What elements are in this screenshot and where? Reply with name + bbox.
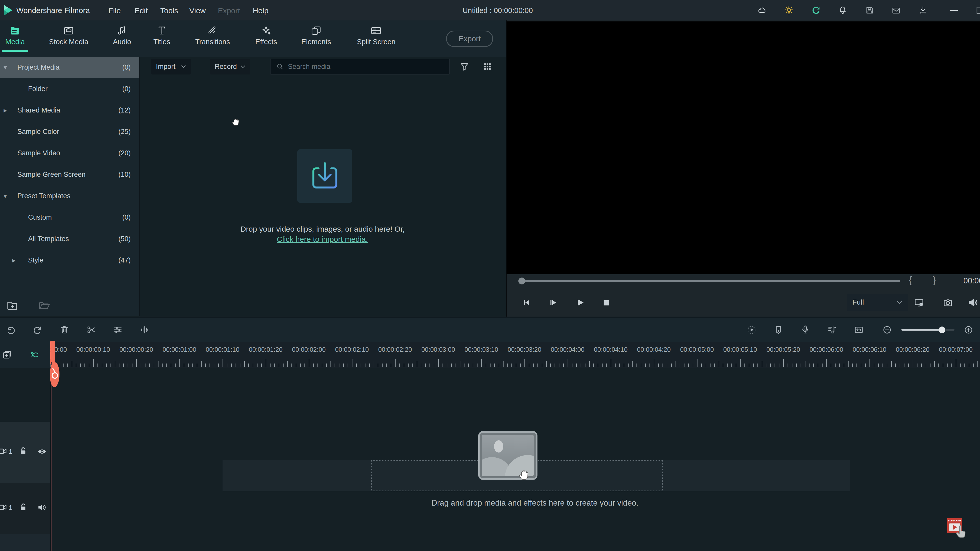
ruler-tick (490, 364, 490, 367)
save-icon[interactable] (865, 6, 874, 15)
expanded-arrow-icon[interactable]: ▾ (3, 192, 7, 200)
zoom-in-icon[interactable] (964, 325, 974, 335)
filter-icon[interactable] (460, 62, 469, 71)
effects-tab-icon (261, 25, 272, 36)
menu-view[interactable]: View (189, 6, 206, 15)
split-scissors-icon[interactable] (86, 325, 96, 335)
ruler-tick (525, 359, 525, 367)
grid-view-icon[interactable] (483, 62, 492, 71)
ruler-tick (97, 364, 98, 367)
sync-icon[interactable] (811, 6, 821, 15)
sidebar-item-sample-green-screen[interactable]: Sample Green Screen(10) (0, 164, 139, 185)
marker-icon[interactable] (773, 325, 783, 335)
menu-tools[interactable]: Tools (160, 6, 178, 15)
ruler-tick (826, 359, 827, 367)
ruler-tick (710, 364, 711, 367)
zoom-select[interactable]: Full (847, 294, 908, 311)
collapsed-arrow-icon[interactable]: ▸ (3, 106, 7, 114)
menu-help[interactable]: Help (253, 6, 269, 15)
sidebar-item-sample-color[interactable]: Sample Color(25) (0, 121, 139, 142)
tab-transitions[interactable]: Transitions (195, 25, 230, 46)
sidebar-item-custom[interactable]: Custom(0) (0, 206, 139, 228)
tab-effects[interactable]: Effects (255, 25, 277, 46)
speaker-icon[interactable] (968, 297, 978, 308)
denoise-icon[interactable] (140, 325, 150, 335)
search-input[interactable]: Search media (270, 59, 450, 75)
import-drop-tile[interactable] (298, 149, 352, 203)
mute-speaker-icon[interactable] (37, 503, 46, 512)
snapshot-icon[interactable] (943, 298, 953, 308)
eye-icon[interactable] (37, 447, 47, 456)
ruler-tick (723, 364, 723, 367)
tab-elements[interactable]: Elements (301, 25, 331, 46)
fit-timeline-icon[interactable] (854, 325, 864, 335)
zoom-slider-handle[interactable] (939, 327, 945, 333)
next-frame-button[interactable] (549, 298, 558, 307)
sidebar-item-folder[interactable]: Folder(0) (0, 78, 139, 100)
delete-icon[interactable] (59, 325, 69, 334)
voiceover-mic-icon[interactable] (800, 325, 810, 334)
new-folder-icon[interactable] (7, 300, 18, 311)
ruler-tick (947, 364, 948, 367)
lock-icon[interactable] (18, 446, 28, 456)
audio-mixer-icon[interactable] (827, 325, 837, 334)
import-button[interactable]: Import (151, 59, 191, 75)
ruler-tick (878, 364, 879, 367)
sidebar-item-shared-media[interactable]: ▸Shared Media(12) (0, 100, 139, 121)
seek-bar[interactable] (520, 280, 900, 282)
ruler-label: 00:00:02:10 (335, 346, 369, 353)
cloud-icon[interactable] (757, 6, 767, 15)
mark-in-brace[interactable]: { (909, 275, 912, 286)
collapsed-arrow-icon[interactable]: ▸ (12, 256, 16, 264)
ruler-tick (740, 359, 741, 367)
dual-screen-icon[interactable] (914, 297, 924, 308)
mark-out-brace[interactable]: } (933, 275, 936, 286)
download-icon[interactable] (918, 6, 928, 15)
render-preview-icon[interactable] (747, 325, 756, 335)
zoom-out-icon[interactable] (882, 325, 892, 335)
seek-handle[interactable] (518, 278, 525, 284)
stop-button[interactable] (603, 299, 610, 306)
undo-icon[interactable] (6, 325, 16, 335)
mail-icon[interactable] (892, 6, 900, 15)
ruler-tick (154, 364, 154, 367)
play-button[interactable] (575, 297, 585, 308)
tab-audio[interactable]: Audio (113, 25, 131, 46)
record-button[interactable]: Record (210, 59, 250, 75)
sidebar-item-all-templates[interactable]: All Templates(50) (0, 228, 139, 249)
tab-media[interactable]: Media (5, 25, 25, 46)
ruler-tick (442, 364, 443, 367)
lock-icon[interactable] (18, 502, 28, 512)
adjust-icon[interactable] (113, 325, 123, 335)
menu-export[interactable]: Export (218, 6, 240, 15)
auto-ripple-icon[interactable] (30, 349, 40, 360)
import-media-link[interactable]: Click here to import media. (277, 235, 368, 244)
timeline-zoom-slider[interactable] (901, 329, 955, 330)
ruler-tick (550, 364, 551, 367)
tab-split-screen[interactable]: Split Screen (357, 25, 396, 46)
ruler-tick (943, 364, 943, 367)
ruler-tick (477, 364, 477, 367)
export-button[interactable]: Export (446, 30, 493, 47)
sidebar-item-sample-video[interactable]: Sample Video(20) (0, 142, 139, 164)
maximize-button[interactable] (977, 6, 980, 14)
lamp-icon[interactable] (784, 6, 794, 15)
tab-titles[interactable]: Titles (153, 25, 170, 46)
expanded-arrow-icon[interactable]: ▾ (3, 64, 7, 71)
open-folder-icon[interactable] (39, 301, 50, 311)
sidebar-item-style[interactable]: ▸Style(47) (0, 249, 139, 271)
ruler-tick (624, 364, 624, 367)
sidebar-item-project-media[interactable]: ▾Project Media(0) (0, 57, 139, 78)
previous-frame-button[interactable] (522, 298, 531, 307)
bell-icon[interactable] (838, 6, 847, 15)
manage-tracks-icon[interactable] (2, 349, 12, 360)
redo-icon[interactable] (33, 325, 42, 335)
ruler-tick (913, 359, 913, 367)
menu-edit[interactable]: Edit (135, 6, 148, 15)
tab-stock-media[interactable]: Stock Media (49, 25, 88, 46)
minimize-button[interactable] (950, 10, 958, 11)
sidebar-item-preset-templates[interactable]: ▾Preset Templates (0, 185, 139, 206)
ruler-tick (671, 364, 672, 367)
menu-file[interactable]: File (108, 6, 121, 15)
ruler-tick (412, 364, 413, 367)
